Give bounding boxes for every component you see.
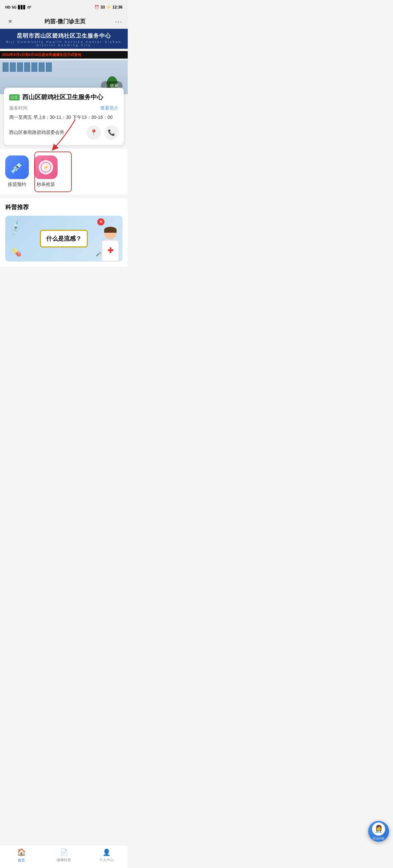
nav-bar: × 约苗-微门诊主页 ··· [0, 14, 128, 29]
window [46, 63, 52, 72]
location-icon: 📍 [90, 129, 97, 136]
mic-icon: 🎤 [96, 251, 101, 257]
sign-chinese: 昆明市西山区碧鸡社区卫生服务中心 [3, 32, 124, 40]
hero-image: 昆明市西山区碧鸡社区卫生服务中心 Biji Community Health S… [0, 29, 128, 94]
flu-question-card: 什么是流感？ [40, 230, 88, 247]
service-item-vaccine[interactable]: 💉 疫苗预约 [5, 155, 29, 188]
syringe-decor: 💉 [7, 219, 25, 237]
lightning-icon: ⚡ [43, 165, 49, 170]
service-hours: 周一至周五 早上8：30-11：30 下午13：30-16：00 [9, 114, 119, 121]
window [17, 63, 23, 72]
service-items-list: 💉 疫苗预约 ⚡ 秒杀抢苗 [5, 155, 122, 188]
location-button[interactable]: 📍 [87, 125, 101, 140]
address-row: 西山区春雨路碧鸡居委会旁 📍 📞 [9, 125, 119, 140]
alarm-clock-icon: ⚡ [39, 160, 53, 175]
service-section: 💉 疫苗预约 ⚡ 秒杀抢苗 [0, 149, 128, 194]
page-title: 约苗-微门诊主页 [44, 18, 86, 25]
window [3, 63, 8, 72]
flash-sale-label: 秒杀抢苗 [37, 182, 55, 188]
window [10, 63, 16, 72]
science-section: 科普推荐 💉 💊 什么是流感？ ✚ ✕ 🎤 [0, 198, 128, 267]
hospital-name: 西山区碧鸡社区卫生服务中心 [22, 93, 119, 101]
status-left: HD 5G ▋▋▋ ⊙² [5, 5, 31, 9]
red-cross: ✚ [108, 246, 113, 255]
hospital-header: 公立 西山区碧鸡社区卫生服务中心 [9, 93, 119, 101]
view-intro-link[interactable]: 查看简介 [100, 105, 119, 111]
doctor-head [104, 227, 117, 239]
vaccine-label: 疫苗预约 [8, 182, 26, 188]
hospital-card: 公立 西山区碧鸡社区卫生服务中心 服务时间 查看简介 周一至周五 早上8：30-… [4, 88, 124, 145]
address-text: 西山区春雨路碧鸡居委会旁 [9, 130, 87, 135]
medicine-decor: 💊 [12, 248, 22, 257]
action-icons: 📍 📞 [87, 125, 119, 140]
phone-icon: 📞 [108, 129, 115, 136]
service-time-label: 服务时间 [9, 105, 28, 111]
window [39, 63, 44, 72]
network-hd: HD [5, 5, 10, 9]
battery-label: 33 [100, 5, 105, 9]
sign-english: Biji Community Health Service Center Xis… [3, 40, 124, 47]
science-banner[interactable]: 💉 💊 什么是流感？ ✚ ✕ 🎤 [5, 216, 122, 261]
doctor-body: ✚ [101, 240, 119, 261]
phone-button[interactable]: 📞 [104, 125, 119, 140]
wifi-icon: ⊙² [27, 5, 31, 9]
service-row: 服务时间 查看简介 [9, 105, 119, 111]
time-display: 12:36 [112, 5, 122, 9]
led-text: 2022年9月1日至9月30日是全民健康生活方式宣传 [2, 52, 126, 57]
flash-sale-icon-wrap: ⚡ [34, 155, 58, 179]
hospital-sign-board: 昆明市西山区碧鸡社区卫生服务中心 Biji Community Health S… [0, 29, 128, 49]
cross-badge: ✕ [97, 218, 104, 225]
doctor-figure: ✚ [101, 227, 119, 261]
vaccine-icon-wrap: 💉 [5, 155, 29, 179]
close-button[interactable]: × [5, 18, 15, 25]
window [24, 63, 30, 72]
led-ticker-bar: 2022年9月1日至9月30日是全民健康生活方式宣传 [0, 51, 128, 59]
alarm-icon: ⏰ [94, 5, 99, 9]
network-5g: 5G [12, 5, 17, 9]
syringe-icon: 💉 [10, 161, 24, 174]
more-button[interactable]: ··· [115, 18, 122, 25]
service-item-flash-sale[interactable]: ⚡ 秒杀抢苗 [34, 155, 58, 188]
signal-icon: ▋▋▋ [18, 5, 26, 9]
window [31, 63, 37, 72]
status-right: ⏰ 33 ⚡ 12:36 [94, 5, 122, 9]
science-title: 科普推荐 [5, 203, 122, 211]
public-tag: 公立 [9, 94, 20, 100]
charging-icon: ⚡ [106, 5, 111, 9]
status-bar: HD 5G ▋▋▋ ⊙² ⏰ 33 ⚡ 12:36 [0, 0, 128, 14]
doctor-hair [104, 227, 117, 233]
